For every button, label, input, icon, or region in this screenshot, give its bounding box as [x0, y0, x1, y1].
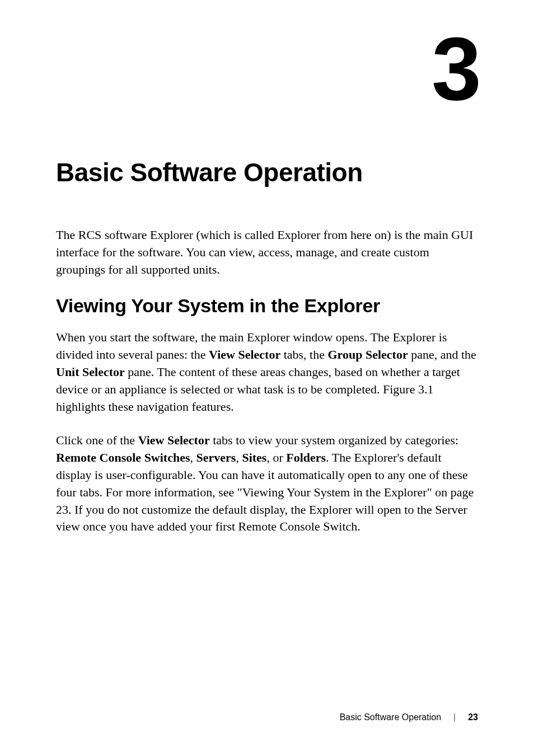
section-heading: Viewing Your System in the Explorer [56, 295, 478, 317]
bold-term-group-selector: Group Selector [328, 348, 408, 361]
footer-page-number: 23 [468, 712, 478, 722]
text-run: , [190, 450, 196, 464]
chapter-number: 3 [56, 31, 478, 107]
section-paragraph-2: Click one of the View Selector tabs to v… [56, 432, 478, 536]
text-run: tabs, the [280, 348, 327, 361]
text-run: tabs to view your system organized by ca… [210, 433, 458, 447]
text-run: , [236, 450, 242, 464]
bold-term-view-selector: View Selector [209, 348, 280, 361]
bold-term-remote-console-switches: Remote Console Switches [56, 450, 190, 464]
text-run: , or [266, 450, 286, 464]
footer-title: Basic Software Operation [340, 712, 441, 722]
intro-paragraph: The RCS software Explorer (which is call… [56, 227, 478, 278]
bold-term-unit-selector: Unit Selector [56, 365, 125, 379]
footer-divider: | [453, 712, 456, 722]
section-paragraph-1: When you start the software, the main Ex… [56, 329, 478, 415]
text-run: pane, and the [408, 348, 476, 361]
text-run: Click one of the [56, 433, 138, 447]
page-footer: Basic Software Operation | 23 [340, 712, 478, 722]
page-container: 3 Basic Software Operation The RCS softw… [0, 0, 534, 756]
bold-term-servers: Servers [196, 450, 236, 464]
bold-term-sites: Sites [242, 450, 266, 464]
bold-term-view-selector-2: View Selector [138, 433, 210, 447]
chapter-title: Basic Software Operation [56, 157, 478, 187]
bold-term-folders: Folders [286, 450, 326, 464]
